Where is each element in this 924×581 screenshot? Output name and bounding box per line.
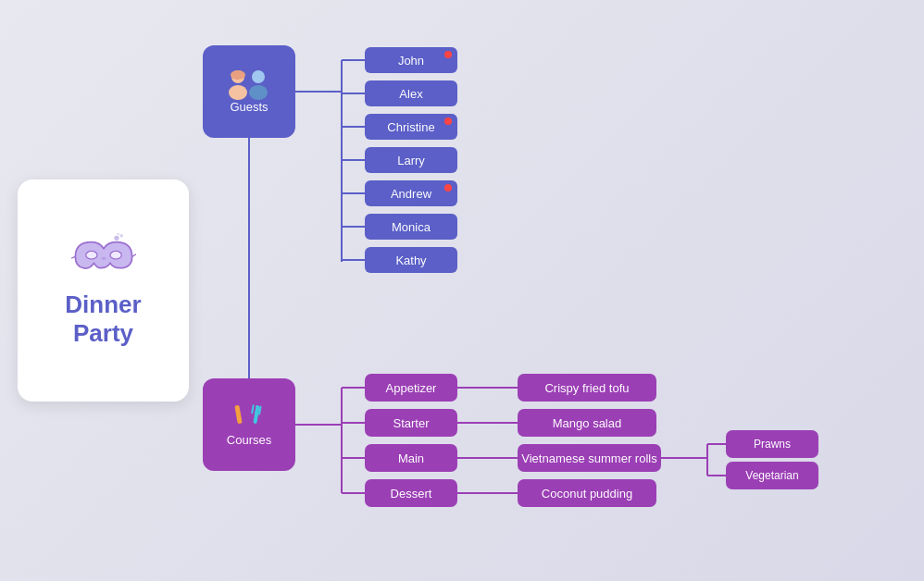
course-appetizer: Appetizer xyxy=(365,374,457,402)
tree-container: Guests Courses John Alex xyxy=(203,18,906,563)
john-dot xyxy=(444,51,452,58)
courses-node: Courses xyxy=(203,378,295,471)
subfood-prawns: Prawns xyxy=(726,430,818,458)
food-coconut-pudding: Coconut pudding xyxy=(518,479,656,507)
svg-point-5 xyxy=(101,256,106,260)
svg-point-4 xyxy=(110,251,121,259)
mask-icon xyxy=(71,233,136,279)
person-alex: Alex xyxy=(365,80,457,106)
courses-label: Courses xyxy=(227,433,271,447)
courses-icon xyxy=(229,403,269,433)
svg-rect-41 xyxy=(251,404,255,414)
svg-point-38 xyxy=(249,85,268,100)
svg-point-1 xyxy=(119,234,123,238)
course-main: Main xyxy=(365,444,457,472)
person-kathy: Kathy xyxy=(365,247,457,273)
guests-icon xyxy=(225,70,273,100)
svg-point-0 xyxy=(114,236,119,241)
svg-rect-39 xyxy=(234,404,242,424)
person-christine: Christine xyxy=(365,114,457,140)
subfood-vegetarian: Vegetarian xyxy=(726,462,818,489)
food-summer-rolls: Vietnamese summer rolls xyxy=(518,444,661,472)
guests-label: Guests xyxy=(230,100,268,114)
person-andrew: Andrew xyxy=(365,180,457,206)
christine-dot xyxy=(444,117,452,125)
person-larry: Larry xyxy=(365,147,457,173)
food-mango-salad: Mango salad xyxy=(518,409,656,437)
course-starter: Starter xyxy=(365,409,457,437)
guests-node: Guests xyxy=(203,45,295,138)
title-card: DinnerParty xyxy=(18,179,189,402)
svg-point-3 xyxy=(85,251,96,259)
course-dessert: Dessert xyxy=(365,479,457,507)
svg-point-35 xyxy=(229,85,247,100)
svg-point-37 xyxy=(252,70,265,83)
andrew-dot xyxy=(444,184,452,192)
food-crispy-tofu: Crispy fried tofu xyxy=(518,374,656,402)
person-monica: Monica xyxy=(365,214,457,240)
svg-point-2 xyxy=(117,233,119,235)
person-john: John xyxy=(365,47,457,73)
title-text: DinnerParty xyxy=(65,290,141,348)
svg-point-36 xyxy=(231,70,245,80)
main-container: DinnerParty xyxy=(18,18,906,563)
